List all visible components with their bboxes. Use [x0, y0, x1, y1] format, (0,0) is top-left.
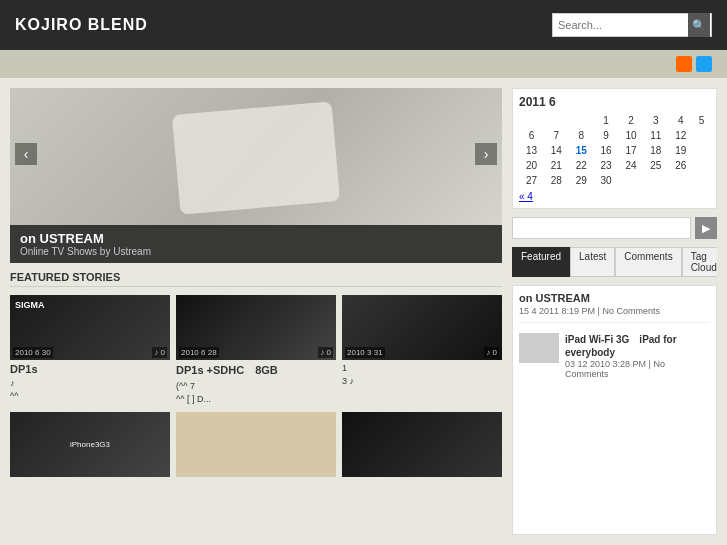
featured-label: FEATURED STORIES: [10, 271, 502, 287]
featured-note-1: ♪: [10, 378, 170, 388]
cal-day[interactable]: 30: [594, 173, 619, 188]
sidebar-post-item: iPad Wi-Fi 3G iPad for everybody 03 12 2…: [519, 333, 710, 379]
cal-day[interactable]: 17: [619, 143, 644, 158]
sidebar-search-input[interactable]: [512, 217, 691, 239]
slider-caption-title: on USTREAM: [20, 231, 492, 246]
search-box: 🔍: [552, 13, 712, 37]
cal-day[interactable]: 6: [519, 128, 544, 143]
cal-prev-link[interactable]: « 4: [519, 191, 533, 202]
tab-tagcloud[interactable]: Tag Cloud: [682, 247, 717, 277]
cal-day[interactable]: 8: [569, 128, 594, 143]
search-button[interactable]: 🔍: [688, 13, 710, 37]
slider-prev-button[interactable]: ‹: [15, 143, 37, 165]
header: KOJIRO BLEND 🔍: [0, 0, 727, 50]
cal-day[interactable]: 20: [519, 158, 544, 173]
cal-day[interactable]: 19: [668, 143, 693, 158]
cal-day[interactable]: 16: [594, 143, 619, 158]
slider-image: [10, 88, 502, 228]
featured-note-1b: ^^: [10, 391, 170, 401]
sidebar-post-meta: 15 4 2011 8:19 PM | No Comments: [519, 306, 710, 316]
cal-day[interactable]: 9: [594, 128, 619, 143]
cal-day[interactable]: 11: [643, 128, 668, 143]
sidebar: 2011 6 1 2 3 4 5 6: [512, 88, 717, 535]
thumb-count-3: ♪ 0: [484, 347, 499, 358]
tab-comments[interactable]: Comments: [615, 247, 681, 277]
cal-day[interactable]: 26: [668, 158, 693, 173]
featured-item-dark[interactable]: [342, 412, 502, 477]
cal-dow: [519, 113, 544, 128]
cal-day[interactable]: 24: [619, 158, 644, 173]
cal-day-2[interactable]: 2: [619, 113, 644, 128]
tab-featured[interactable]: Featured: [512, 247, 570, 277]
site-title: KOJIRO BLEND: [15, 16, 148, 34]
featured-title-2[interactable]: DP1s +SDHC 8GB: [176, 363, 336, 378]
featured-note-2: (^^ 7: [176, 381, 336, 391]
featured-note-3: 1: [342, 363, 502, 373]
sidebar-post-item-title[interactable]: iPad Wi-Fi 3G iPad for everybody: [565, 333, 710, 359]
featured-grid-2: iPhone3G3: [10, 412, 502, 477]
cal-day[interactable]: 22: [569, 158, 594, 173]
slider-caption-subtitle: Online TV Shows by Ustream: [20, 246, 492, 257]
thumb-count-1: ♪ 0: [152, 347, 167, 358]
sidebar-posts: on USTREAM 15 4 2011 8:19 PM | No Commen…: [512, 285, 717, 535]
slider-caption: on USTREAM Online TV Shows by Ustream: [10, 225, 502, 263]
cal-day-empty: [668, 173, 693, 188]
twitter-icon[interactable]: [696, 56, 712, 72]
cal-day-empty: [619, 173, 644, 188]
cal-day[interactable]: 21: [544, 158, 569, 173]
cal-day[interactable]: 23: [594, 158, 619, 173]
cal-day-5[interactable]: 5: [693, 113, 710, 128]
sidebar-post-title[interactable]: on USTREAM: [519, 292, 710, 304]
featured-note-3b: 3 ♪: [342, 376, 502, 386]
sidebar-post-thumb[interactable]: [519, 333, 559, 363]
cal-day[interactable]: 28: [544, 173, 569, 188]
slider-camera-shape: [172, 101, 340, 215]
iphone-label: iPhone3G3: [67, 437, 113, 452]
sidebar-post-text: iPad Wi-Fi 3G iPad for everybody 03 12 2…: [565, 333, 710, 379]
cal-day[interactable]: 14: [544, 143, 569, 158]
tab-latest[interactable]: Latest: [570, 247, 615, 277]
sidebar-featured-post: on USTREAM 15 4 2011 8:19 PM | No Commen…: [519, 292, 710, 316]
cal-day-empty: [643, 173, 668, 188]
sidebar-search-button[interactable]: ▶: [695, 217, 717, 239]
featured-title-1[interactable]: DP1s: [10, 363, 170, 375]
featured-item-phones[interactable]: iPhone3G3: [10, 412, 170, 477]
cal-day[interactable]: 10: [619, 128, 644, 143]
cal-day[interactable]: 15: [569, 143, 594, 158]
cal-day-3[interactable]: 3: [643, 113, 668, 128]
cal-day-1[interactable]: 1: [594, 113, 619, 128]
search-input[interactable]: [553, 17, 688, 33]
featured-note-2b: ^^ [ ] D...: [176, 394, 336, 404]
thumb-date-1: 2010 6 30: [13, 347, 53, 358]
sidebar-post-item-meta: 03 12 2010 3:28 PM | No Comments: [565, 359, 710, 379]
cal-dow: [569, 113, 594, 128]
cal-day[interactable]: 29: [569, 173, 594, 188]
featured-thumb-3[interactable]: 2010 3 31 ♪ 0: [342, 295, 502, 360]
calendar-footer[interactable]: « 4: [519, 191, 710, 202]
cal-day-4[interactable]: 4: [668, 113, 693, 128]
featured-grid: SIGMA 2010 6 30 ♪ 0 DP1s ♪ ^^ 2010 6 28 …: [10, 295, 502, 404]
slider-next-button[interactable]: ›: [475, 143, 497, 165]
featured-item: SIGMA 2010 6 30 ♪ 0 DP1s ♪ ^^: [10, 295, 170, 404]
cal-day[interactable]: 13: [519, 143, 544, 158]
thumb-date-2: 2010 6 28: [179, 347, 219, 358]
featured-item-3: 2010 3 31 ♪ 0 1 3 ♪: [342, 295, 502, 404]
cal-day[interactable]: 25: [643, 158, 668, 173]
cal-day[interactable]: 7: [544, 128, 569, 143]
cal-day[interactable]: 18: [643, 143, 668, 158]
cal-day[interactable]: 12: [668, 128, 693, 143]
sidebar-divider: [519, 322, 710, 323]
main-layout: ‹ › on USTREAM Online TV Shows by Ustrea…: [0, 78, 727, 545]
cal-day[interactable]: 27: [519, 173, 544, 188]
featured-item-2: 2010 6 28 ♪ 0 DP1s +SDHC 8GB (^^ 7 ^^ [ …: [176, 295, 336, 404]
featured-thumb-1[interactable]: SIGMA 2010 6 30 ♪ 0: [10, 295, 170, 360]
slider: ‹ › on USTREAM Online TV Shows by Ustrea…: [10, 88, 502, 263]
sigma-logo: SIGMA: [15, 300, 45, 310]
rss-icon[interactable]: [676, 56, 692, 72]
featured-item-beige[interactable]: [176, 412, 336, 477]
calendar: 2011 6 1 2 3 4 5 6: [512, 88, 717, 209]
calendar-table: 1 2 3 4 5 6 7 8 9 10 11 12: [519, 113, 710, 188]
social-bar: [0, 50, 727, 78]
featured-thumb-2[interactable]: 2010 6 28 ♪ 0: [176, 295, 336, 360]
tabs-bar: Featured Latest Comments Tag Cloud: [512, 247, 717, 277]
